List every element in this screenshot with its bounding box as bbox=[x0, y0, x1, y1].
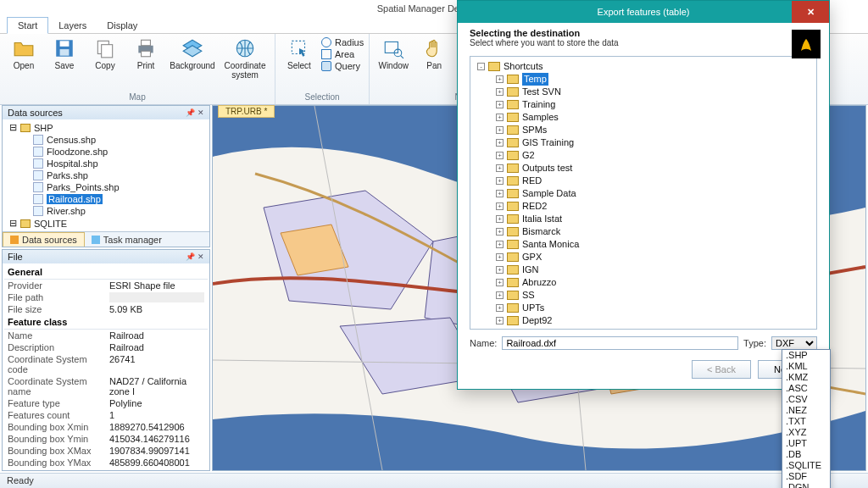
tree-item[interactable]: Parks.shp bbox=[4, 169, 208, 181]
data-sources-panel: Data sources 📌 ✕ ⊟SHP Census.shpFloodzon… bbox=[2, 105, 210, 247]
data-sources-tab-icon bbox=[10, 236, 19, 244]
destination-tree[interactable]: -Shortcuts +Temp+Test SVN+Training+Sampl… bbox=[470, 56, 817, 330]
dest-tree-item[interactable]: +Sample Data bbox=[474, 187, 813, 200]
dest-tree-item[interactable]: +SPMs bbox=[474, 124, 813, 136]
data-sources-tree[interactable]: ⊟SHP Census.shpFloodzone.shpHospital.shp… bbox=[3, 119, 209, 231]
radius-button[interactable]: Radius bbox=[321, 37, 364, 47]
dest-tree-item[interactable]: +Temp bbox=[474, 73, 813, 86]
type-option[interactable]: .DB bbox=[782, 449, 830, 460]
tree-folder-shp[interactable]: ⊟SHP bbox=[4, 121, 208, 134]
type-option[interactable]: .UPT bbox=[782, 438, 830, 449]
printer-icon bbox=[135, 37, 157, 59]
type-option[interactable]: .DGN bbox=[782, 482, 830, 488]
print-button[interactable]: Print bbox=[127, 36, 164, 70]
map-document-tab[interactable]: TRP.URB * bbox=[218, 105, 275, 118]
select-button[interactable]: Select bbox=[281, 36, 318, 70]
tab-task-manager[interactable]: Task manager bbox=[85, 232, 169, 247]
svg-rect-6 bbox=[142, 40, 151, 46]
type-option[interactable]: .SQLITE bbox=[782, 460, 830, 471]
type-option[interactable]: .TXT bbox=[782, 416, 830, 427]
dialog-titlebar[interactable]: Export features (table) ✕ bbox=[458, 1, 829, 23]
type-option[interactable]: .KMZ bbox=[782, 372, 830, 383]
folder-icon bbox=[507, 75, 519, 84]
folder-icon bbox=[507, 214, 519, 224]
tree-item[interactable]: Floodzone.shp bbox=[4, 146, 208, 158]
pin-icon[interactable]: 📌 ✕ bbox=[186, 108, 204, 117]
dialog-buttons: < Back Next > bbox=[458, 353, 829, 389]
type-option[interactable]: .XYZ bbox=[782, 427, 830, 438]
dest-tree-item[interactable]: +Outputs test bbox=[474, 162, 813, 175]
coord-system-button[interactable]: Coordinate system bbox=[220, 36, 270, 80]
tree-item[interactable]: Hospital.shp bbox=[4, 158, 208, 169]
cursor-rect-icon bbox=[288, 37, 310, 59]
name-input[interactable] bbox=[502, 336, 738, 350]
hand-icon bbox=[423, 37, 445, 59]
dest-tree-item[interactable]: +Training bbox=[474, 98, 813, 111]
folder-icon bbox=[507, 227, 519, 236]
pan-button[interactable]: Pan bbox=[415, 36, 453, 70]
type-option[interactable]: .NEZ bbox=[782, 405, 830, 416]
dest-tree-item[interactable]: +Santa Monica bbox=[474, 238, 813, 251]
tree-item[interactable]: Parks_Points.shp bbox=[4, 181, 208, 193]
dest-tree-item[interactable]: +Italia Istat bbox=[474, 213, 813, 225]
dest-tree-item[interactable]: +Bismarck bbox=[474, 225, 813, 238]
type-option[interactable]: .ASC bbox=[782, 383, 830, 394]
folder-icon bbox=[507, 240, 519, 249]
folder-icon bbox=[507, 278, 519, 287]
tree-item[interactable]: Railroad.shp bbox=[4, 193, 208, 205]
background-button[interactable]: Background bbox=[168, 36, 217, 70]
query-button[interactable]: Query bbox=[321, 61, 364, 71]
type-option[interactable]: .CSV bbox=[782, 394, 830, 405]
dialog-close-button[interactable]: ✕ bbox=[792, 1, 829, 23]
dest-tree-item[interactable]: +Dept92 bbox=[474, 314, 813, 327]
ribbon-group-selection: Select Radius Area Query Selection bbox=[275, 34, 370, 104]
folder-icon bbox=[507, 252, 519, 262]
magnify-rect-icon bbox=[382, 37, 404, 59]
file-properties: General ProviderESRI Shape file File pat… bbox=[3, 263, 209, 470]
provider-logo bbox=[792, 30, 821, 58]
folder-icon bbox=[507, 303, 519, 313]
tree-item[interactable]: River.shp bbox=[4, 205, 208, 217]
dest-tree-item[interactable]: +G2 bbox=[474, 149, 813, 162]
dest-tree-item[interactable]: +GPX bbox=[474, 251, 813, 263]
type-select[interactable]: DXF bbox=[771, 336, 817, 350]
type-option[interactable]: .KML bbox=[782, 361, 830, 372]
copy-button[interactable]: Copy bbox=[86, 36, 124, 70]
file-panel: File 📌 ✕ General ProviderESRI Shape file… bbox=[2, 249, 210, 471]
tab-layers[interactable]: Layers bbox=[48, 18, 97, 33]
tree-folder-sqlite[interactable]: ⊟SQLITE bbox=[4, 217, 208, 230]
dest-tree-item[interactable]: +GIS Training bbox=[474, 136, 813, 149]
ribbon-group-map: Open Save Copy Print Background Coordina… bbox=[0, 34, 275, 104]
tree-root-shortcuts[interactable]: -Shortcuts bbox=[474, 60, 813, 73]
type-option[interactable]: .SHP bbox=[782, 350, 830, 361]
window-button[interactable]: Window bbox=[375, 36, 412, 70]
dest-tree-item[interactable]: +Test SVN bbox=[474, 86, 813, 98]
area-button[interactable]: Area bbox=[321, 49, 364, 59]
type-option[interactable]: .SDF bbox=[782, 471, 830, 482]
tab-data-sources[interactable]: Data sources bbox=[3, 232, 85, 247]
tree-item[interactable]: Census.shp bbox=[4, 134, 208, 146]
floppy-icon bbox=[53, 37, 75, 59]
shapefile-icon bbox=[33, 206, 43, 216]
file-header: File 📌 ✕ bbox=[3, 250, 209, 263]
svg-rect-2 bbox=[60, 49, 70, 56]
tab-start[interactable]: Start bbox=[7, 17, 48, 34]
open-button[interactable]: Open bbox=[5, 36, 42, 70]
dest-tree-item[interactable]: +RED bbox=[474, 175, 813, 187]
folder-icon bbox=[507, 164, 519, 173]
dest-tree-item[interactable]: +RED2 bbox=[474, 200, 813, 213]
pin-icon[interactable]: 📌 ✕ bbox=[186, 252, 204, 261]
dest-tree-item[interactable]: +SS bbox=[474, 289, 813, 302]
dialog-title: Export features (table) bbox=[598, 7, 690, 17]
dest-tree-item[interactable]: +Abruzzo bbox=[474, 276, 813, 289]
tab-display[interactable]: Display bbox=[97, 18, 147, 33]
shapefile-icon bbox=[33, 147, 43, 157]
export-dialog: Export features (table) ✕ Selecting the … bbox=[457, 0, 830, 390]
save-button[interactable]: Save bbox=[46, 36, 83, 70]
type-dropdown-list[interactable]: .SHP.KML.KMZ.ASC.CSV.NEZ.TXT.XYZ.UPT.DB.… bbox=[782, 349, 831, 488]
dest-tree-item[interactable]: +IGN bbox=[474, 263, 813, 276]
back-button: < Back bbox=[692, 360, 751, 379]
dialog-subheader: Selecting the destination Select where y… bbox=[458, 23, 829, 49]
dest-tree-item[interactable]: +Samples bbox=[474, 111, 813, 124]
dest-tree-item[interactable]: +UPTs bbox=[474, 302, 813, 314]
